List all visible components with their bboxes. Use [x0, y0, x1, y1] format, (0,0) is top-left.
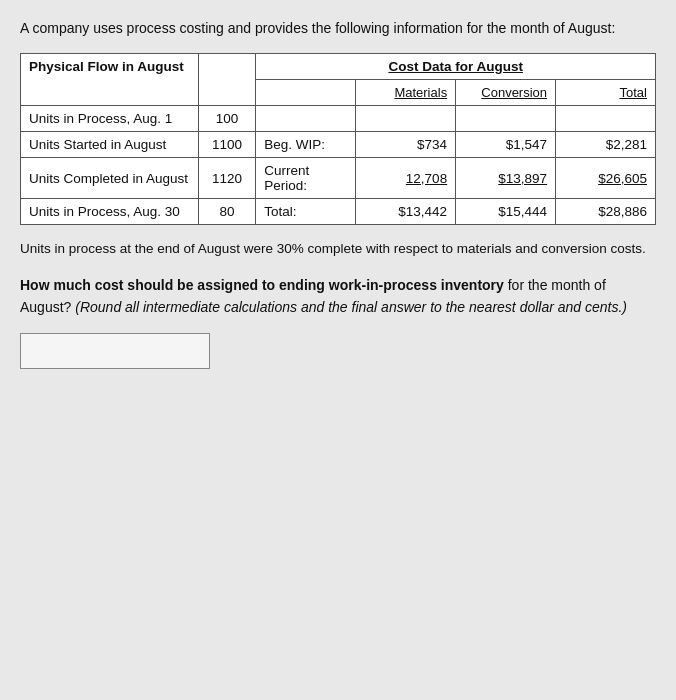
- current-materials: 12,708: [406, 171, 447, 186]
- materials-subheader: Materials: [356, 80, 456, 106]
- cost-data-table: Physical Flow in August Cost Data for Au…: [20, 53, 656, 225]
- current-conversion: $13,897: [498, 171, 547, 186]
- intro-text: A company uses process costing and provi…: [20, 18, 656, 39]
- table-row: Units Started in August 1100 Beg. WIP: $…: [21, 132, 656, 158]
- table-row: Units in Process, Aug. 30 80 Total: $13,…: [21, 199, 656, 225]
- total-subheader: Total: [556, 80, 656, 106]
- note-text: Units in process at the end of August we…: [20, 239, 656, 260]
- cost-data-header: Cost Data for August: [256, 54, 656, 80]
- table-row: Units in Process, Aug. 1 100: [21, 106, 656, 132]
- question-italic: (Round all intermediate calculations and…: [75, 299, 627, 315]
- current-total: $26,605: [598, 171, 647, 186]
- question-text: How much cost should be assigned to endi…: [20, 274, 656, 319]
- table-row: Units Completed in August 1120 Current P…: [21, 158, 656, 199]
- question-bold: How much cost should be assigned to endi…: [20, 277, 508, 293]
- col1-header: Physical Flow in August: [29, 59, 184, 74]
- conversion-subheader: Conversion: [456, 80, 556, 106]
- answer-input-box[interactable]: [20, 333, 210, 369]
